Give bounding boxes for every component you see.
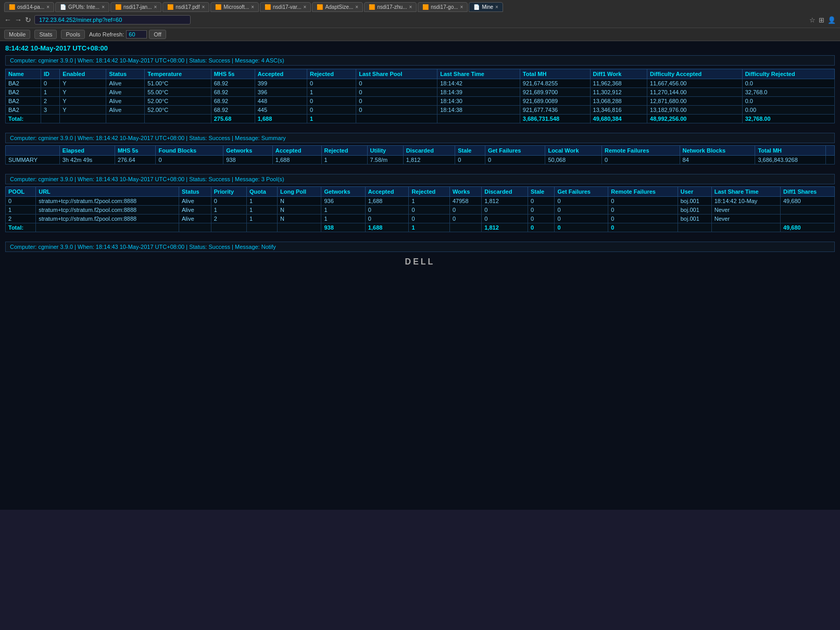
- summary-col-header: Get Failures: [485, 146, 545, 156]
- browser-tab[interactable]: 🟧osdi14-pa...×: [4, 2, 54, 12]
- mobile-button[interactable]: Mobile: [4, 30, 30, 39]
- table-cell: 0: [307, 97, 356, 106]
- table-cell: Y: [60, 97, 106, 106]
- table-cell: 18:14:30: [437, 97, 520, 106]
- total-cell: 1: [307, 115, 356, 123]
- total-cell: [145, 115, 211, 123]
- table-cell: 1: [321, 156, 367, 165]
- table-cell: SUMMARY: [6, 156, 60, 165]
- table-cell: 52.00°C: [145, 97, 211, 106]
- table-cell: 13,182,976.00: [647, 106, 743, 115]
- pools-button[interactable]: Pools: [61, 30, 85, 39]
- table-cell: 2: [6, 215, 36, 223]
- back-icon[interactable]: ←: [4, 16, 11, 24]
- table-row: BA21YAlive55.00°C68.923961018:14:39921,6…: [6, 88, 835, 97]
- reload-icon[interactable]: ↻: [25, 16, 31, 24]
- table-cell: Alive: [106, 106, 145, 115]
- table-cell: [825, 156, 834, 165]
- total-cell: [437, 115, 520, 123]
- table-cell: 0: [528, 206, 555, 215]
- table-cell: 1: [6, 206, 36, 215]
- address-bar[interactable]: 172.23.64.252/miner.php?ref=60: [34, 15, 191, 24]
- table-cell: stratum+tcp://stratum.f2pool.com:8888: [36, 215, 179, 223]
- total-cell: Total:: [6, 115, 41, 123]
- table-cell: 0: [482, 215, 528, 223]
- table-cell: 0: [409, 206, 450, 215]
- table-cell: 47958: [449, 197, 481, 206]
- browser-tab[interactable]: 🟧nsdi17.pdf×: [162, 2, 209, 12]
- browser-tab[interactable]: 📄Mine×: [469, 2, 503, 12]
- table-cell: 0: [356, 88, 437, 97]
- table-cell: 18:14:42: [437, 79, 520, 88]
- total-cell: Total:: [6, 223, 36, 232]
- table-cell: Never: [711, 215, 780, 223]
- table-cell: BA2: [6, 106, 41, 115]
- browser-tab[interactable]: 🟧AdaptSize...×: [312, 2, 363, 12]
- table-cell: 0: [608, 206, 678, 215]
- table-cell: 2: [41, 97, 59, 106]
- table-cell: 0: [555, 215, 608, 223]
- summary-col-header: [6, 146, 60, 156]
- browser-tab[interactable]: 📄GPUfs: Inte...×: [55, 2, 109, 12]
- table-cell: boj.001: [678, 197, 711, 206]
- table-cell: 938: [223, 156, 273, 165]
- pool-col-header: Last Share Time: [711, 187, 780, 197]
- table-cell: 0: [555, 206, 608, 215]
- pool-col-header: URL: [36, 187, 179, 197]
- total-cell: 0: [528, 223, 555, 232]
- table-cell: stratum+tcp://stratum.f2pool.com:8888: [36, 206, 179, 215]
- pool-col-header: User: [678, 187, 711, 197]
- table-cell: 1,812: [482, 197, 528, 206]
- table-row: SUMMARY3h 42m 49s276.6409381,68817.58/m1…: [6, 156, 835, 165]
- browser-tab[interactable]: 🟧nsdi17-var...×: [260, 2, 311, 12]
- summary-col-header: [825, 146, 834, 156]
- table-cell: 0: [601, 156, 680, 165]
- table-cell: 921,674.8255: [520, 79, 590, 88]
- pool-table: POOLURLStatusPriorityQuotaLong PollGetwo…: [5, 186, 835, 232]
- table-cell: 0: [365, 206, 409, 215]
- browser-tab[interactable]: 🟧nsdi17-zhu...×: [364, 2, 417, 12]
- nav-bar: Mobile Stats Pools Auto Refresh: Off: [0, 28, 840, 41]
- user-icon[interactable]: 👤: [828, 16, 836, 24]
- table-cell: 18:14:38: [437, 106, 520, 115]
- table-cell: 1: [409, 197, 450, 206]
- stats-button[interactable]: Stats: [34, 30, 57, 39]
- auto-refresh-input[interactable]: [126, 30, 147, 39]
- table-cell: 32,768.0: [742, 88, 834, 97]
- grid-icon[interactable]: ⊞: [819, 16, 824, 24]
- pool-total-row: Total:9381,68811,81200049,680: [6, 223, 835, 232]
- total-cell: 1: [409, 223, 450, 232]
- table-cell: 84: [680, 156, 755, 165]
- table-cell: 3,686,843.9268: [755, 156, 825, 165]
- table-cell: 0: [608, 197, 678, 206]
- summary-col-header: Utility: [367, 146, 403, 156]
- table-cell: 0.00: [742, 106, 834, 115]
- browser-tab[interactable]: 🟧nsdi17-jan...×: [110, 2, 161, 12]
- pool-status: Computer: cgminer 3.9.0 | When: 18:14:43…: [5, 174, 835, 184]
- table-cell: 0.0: [742, 79, 834, 88]
- browser-tab[interactable]: 🟧nsdi17-go...×: [418, 2, 468, 12]
- table-cell: 50,068: [545, 156, 602, 165]
- browser-tab[interactable]: 🟧Microsoft...×: [210, 2, 259, 12]
- dell-logo: DELL: [5, 257, 835, 267]
- table-cell: 0: [356, 106, 437, 115]
- table-row: BA23YAlive52.00°C68.924450018:14:38921,6…: [6, 106, 835, 115]
- table-cell: 0: [482, 206, 528, 215]
- auto-refresh-section: Auto Refresh: Off: [89, 30, 166, 39]
- off-button[interactable]: Off: [149, 30, 166, 39]
- star-icon[interactable]: ☆: [809, 16, 816, 24]
- asic-col-header: Temperature: [145, 69, 211, 79]
- table-cell: 0: [156, 156, 223, 165]
- table-cell: 49,680: [781, 197, 835, 206]
- pool-col-header: Long Poll: [278, 187, 321, 197]
- summary-col-header: Getworks: [223, 146, 273, 156]
- total-cell: 938: [321, 223, 365, 232]
- table-cell: 0: [555, 197, 608, 206]
- forward-icon[interactable]: →: [15, 16, 22, 24]
- pool-col-header: POOL: [6, 187, 36, 197]
- table-cell: 13,068,288: [590, 97, 647, 106]
- table-cell: 921,689.9700: [520, 88, 590, 97]
- summary-col-header: Remote Failures: [601, 146, 680, 156]
- table-row: 0stratum+tcp://stratum.f2pool.com:8888Al…: [6, 197, 835, 206]
- table-cell: 2: [211, 215, 246, 223]
